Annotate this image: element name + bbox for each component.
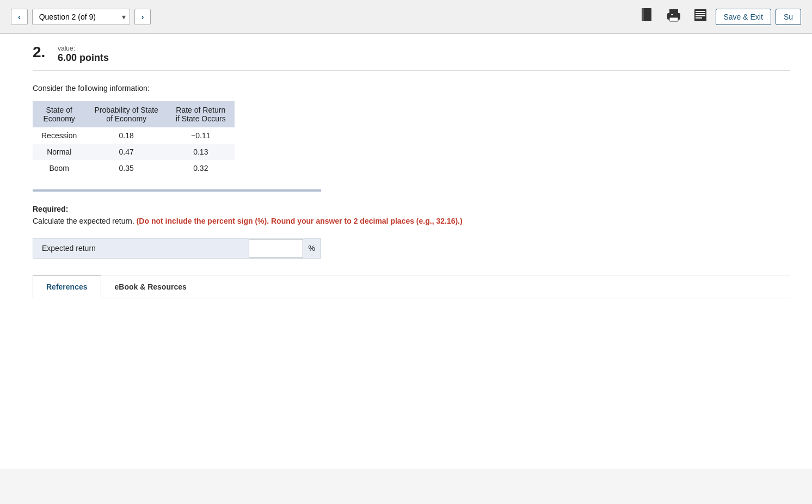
top-navigation: ‹ Question 2 (of 9) › Save & Exit S: [0, 0, 812, 34]
prev-question-button[interactable]: ‹: [11, 9, 28, 25]
svg-rect-8: [696, 13, 705, 14]
tabs-bar: References eBook & Resources: [33, 275, 790, 298]
row-recession-prob: 0.18: [85, 127, 167, 144]
required-section: Required: Calculate the expected return.…: [33, 205, 790, 227]
tab-ebook-resources[interactable]: eBook & Resources: [101, 275, 200, 298]
book-icon-button[interactable]: [636, 5, 658, 28]
instruction-plain: Calculate the expected return.: [33, 217, 137, 225]
value-label: value:: [58, 45, 109, 52]
question-selector[interactable]: Question 2 (of 9): [32, 9, 130, 25]
svg-rect-10: [696, 17, 702, 19]
col-header-economy: State ofEconomy: [33, 101, 85, 127]
svg-rect-9: [696, 15, 705, 16]
answer-label: Expected return: [33, 238, 249, 258]
question-body: Consider the following information: Stat…: [33, 84, 790, 298]
question-value: value: 6.00 points: [58, 45, 109, 64]
answer-row: Expected return %: [33, 238, 321, 259]
question-selector-wrapper: Question 2 (of 9): [32, 9, 130, 25]
svg-rect-1: [642, 8, 644, 21]
format-icon-button[interactable]: [690, 7, 711, 27]
col-header-probability: Probability of Stateof Economy: [85, 101, 167, 127]
row-boom-state: Boom: [33, 160, 85, 176]
required-label: Required:: [33, 205, 790, 213]
table-row: Recession 0.18 −0.11: [33, 127, 235, 144]
question-header: 2. value: 6.00 points: [33, 45, 790, 71]
value-points: 6.00 points: [58, 52, 109, 64]
svg-rect-5: [671, 14, 673, 15]
col-header-return: Rate of Returnif State Occurs: [167, 101, 235, 127]
row-boom-prob: 0.35: [85, 160, 167, 176]
row-normal-return: 0.13: [167, 144, 235, 160]
row-normal-prob: 0.47: [85, 144, 167, 160]
svg-rect-7: [696, 11, 705, 12]
intro-text: Consider the following information:: [33, 84, 790, 93]
svg-rect-3: [669, 9, 678, 14]
submit-button[interactable]: Su: [776, 9, 801, 25]
data-table: State ofEconomy Probability of Stateof E…: [33, 101, 235, 176]
row-normal-state: Normal: [33, 144, 85, 160]
row-recession-state: Recession: [33, 127, 85, 144]
tab-references[interactable]: References: [33, 275, 101, 298]
print-icon-button[interactable]: [662, 7, 685, 27]
row-boom-return: 0.32: [167, 160, 235, 176]
instruction-highlight: (Do not include the percent sign (%). Ro…: [137, 217, 463, 225]
tabs-section: References eBook & Resources: [33, 275, 790, 298]
expected-return-input[interactable]: [249, 239, 303, 257]
main-content: 2. value: 6.00 points Consider the follo…: [0, 34, 812, 469]
save-exit-button[interactable]: Save & Exit: [716, 9, 771, 25]
answer-unit: %: [303, 239, 321, 257]
required-instruction: Calculate the expected return. (Do not i…: [33, 216, 790, 227]
table-footer-bar: [33, 189, 321, 192]
question-number: 2.: [33, 45, 49, 60]
row-recession-return: −0.11: [167, 127, 235, 144]
table-row: Boom 0.35 0.32: [33, 160, 235, 176]
svg-rect-4: [669, 17, 678, 21]
next-question-button[interactable]: ›: [134, 9, 151, 25]
table-row: Normal 0.47 0.13: [33, 144, 235, 160]
